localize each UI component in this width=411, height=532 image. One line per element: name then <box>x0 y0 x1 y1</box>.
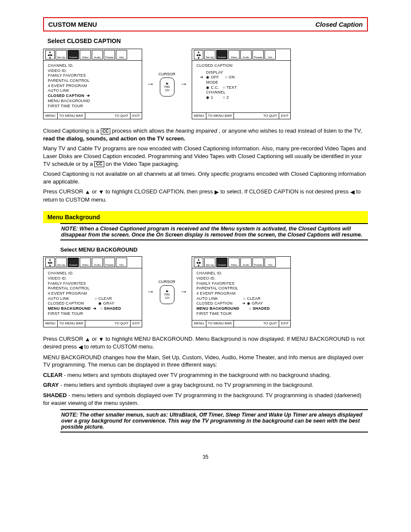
menu-line: AUTO LINK ○ CLEAR <box>48 296 137 302</box>
up-triangle-icon: ▲ <box>85 189 90 195</box>
tab-video: Video <box>80 50 91 59</box>
foot-quit: TO QUIT <box>85 113 131 119</box>
menu-line-selected: CLOSED CAPTION ➔ <box>48 93 137 99</box>
tab-audio: Audio <box>240 258 252 267</box>
text: or <box>92 188 98 195</box>
tab-audio: Audio <box>240 50 252 59</box>
text: on the Video Tape packaging. <box>106 161 179 167</box>
tab-custom: Custom <box>68 50 79 59</box>
cc-subtitle: Select CLOSED CAPTION <box>47 37 368 44</box>
tab-theater: Theater <box>104 258 115 267</box>
mb-desc-intro: MENU BACKGROUND changes how the Main, Se… <box>43 354 368 369</box>
menu-bar: ▲◀ ▶▼ Set Up Custom Video Audio Theater … <box>192 49 290 61</box>
foot-menubar: TO MENU BAR <box>206 113 234 119</box>
text: Press CURSOR <box>43 188 85 195</box>
foot-menubar: TO MENU BAR <box>58 113 85 119</box>
foot-menu: MENU <box>192 113 206 119</box>
osd-footer: MENU TO MENU BAR TO QUIT EXIT <box>192 320 290 327</box>
tab-info: Info <box>265 50 276 59</box>
tab-custom: Custom <box>68 258 79 267</box>
cc-note: NOTE: When a Closed Captioned program is… <box>60 223 368 240</box>
down-triangle-icon: ▼ <box>98 189 104 195</box>
foot-menubar: TO MENU BAR <box>206 320 234 327</box>
cc-title: CLOSED CAPTION <box>196 63 286 68</box>
page-number: 35 <box>43 454 368 460</box>
osd-body: CHANNEL ID. VIDEO ID. FAMILY FAVORITES P… <box>44 268 142 320</box>
menu-line: PARENTAL CONTROL <box>48 78 137 84</box>
menu-line: 4 EVENT PROGRAM <box>48 84 137 89</box>
menu-line: PARENTAL CONTROL <box>196 286 286 291</box>
diamond-ch: CH <box>165 89 169 92</box>
nav-arrows-icon: ▲◀ ▶▼ <box>194 258 203 267</box>
tab-video: Video <box>228 258 240 267</box>
tab-info: Info <box>265 258 276 267</box>
osd-mb-right: ▲◀ ▶▼ Set Up Custom Video Audio Theater … <box>192 256 291 327</box>
arrow-right-icon: → <box>146 80 154 89</box>
text: Press CURSOR <box>43 336 85 342</box>
menu-bar: ▲◀ ▶▼ Set Up Custom Video Audio Theater … <box>192 257 290 268</box>
cc-opt: CHANNEL <box>196 90 286 95</box>
tab-theater: Theater <box>252 50 264 59</box>
arrow-right-icon: → <box>180 287 187 296</box>
osd-body: CLOSED CAPTION DISPLAY ➔ ◉ OFF ○ ON MODE… <box>192 61 290 112</box>
cursor-label: CURSOR <box>159 72 175 76</box>
label: GRAY <box>43 382 59 388</box>
text: menu letters and symbols displayed over … <box>64 382 313 388</box>
fav-ch-button-icon: ▶ FAV CH <box>160 78 174 96</box>
menu-line-selected: MENU BACKGROUND ➔ ○ SHADED <box>48 306 137 311</box>
osd-body: CHANNEL ID. VIDEO ID. FAMILY FAVORITES P… <box>44 61 142 112</box>
cc-para2: Many TV and Cable TV programs are now en… <box>43 145 368 168</box>
cc-opt: DISPLAY <box>196 70 286 75</box>
foot-quit: TO QUIT <box>234 113 279 119</box>
tab-setup: Set Up <box>204 258 215 267</box>
foot-menu: MENU <box>44 320 58 327</box>
menu-line: CHANNEL ID. <box>48 63 137 68</box>
nav-arrows-icon: ▲◀ ▶▼ <box>45 258 55 267</box>
menu-line: FAMILY FAVORITES <box>48 281 137 286</box>
text: Closed Captioning is a <box>43 128 101 134</box>
header-left: CUSTOM MENU <box>48 21 97 28</box>
menu-line: CLOSED CAPTION ➔ ◉ GRAY <box>196 301 286 306</box>
menu-bar: ▲◀ ▶▼ Set Up Custom Video Audio Theater … <box>44 49 142 61</box>
menu-line: VIDEO ID. <box>48 276 137 281</box>
nav-arrows-icon: ▲◀ ▶▼ <box>45 50 55 59</box>
foot-exit: EXIT <box>279 113 290 119</box>
arrow-right-icon: → <box>180 80 187 89</box>
menu-line: CLOSED CAPTION ◉ GRAY <box>48 301 137 306</box>
cursor-button: CURSOR ▶ FAV CH <box>159 72 175 96</box>
text: menu letters and symbols displayed over … <box>43 392 361 406</box>
osd-body: CHANNEL ID. VIDEO ID. FAMILY FAVORITES P… <box>192 268 290 320</box>
menu-line: FIRST TIME TOUR <box>48 311 137 317</box>
tab-custom: Custom <box>216 50 227 59</box>
menu-bar: ▲◀ ▶▼ Set Up Custom Video Audio Theater … <box>44 257 142 268</box>
header-right: Closed Caption <box>315 21 363 28</box>
osd-mb-left: ▲◀ ▶▼ Set Up Custom Video Audio Theater … <box>43 256 142 327</box>
tab-setup: Set Up <box>204 50 215 59</box>
cursor-button: CURSOR ▶ FAV CH <box>159 280 175 304</box>
diamond-fav: FAV <box>164 85 170 89</box>
menu-line: AUTO LINK ○ CLEAR <box>196 296 286 302</box>
menu-line-selected: MENU BACKGROUND ○ SHADED <box>196 306 286 311</box>
down-triangle-icon: ▼ <box>98 336 104 342</box>
left-triangle-icon: ◀ <box>78 344 83 350</box>
fav-ch-button-icon: ▶ FAV CH <box>160 285 174 304</box>
cc-opt: ➔ ◉ OFF ○ ON <box>196 75 286 80</box>
menu-line: VIDEO ID. <box>48 68 137 74</box>
text: or <box>92 336 98 342</box>
tab-audio: Audio <box>92 50 103 59</box>
text: , or anyone who wishes to read instead o… <box>219 128 362 134</box>
foot-menu: MENU <box>44 113 58 119</box>
foot-exit: EXIT <box>131 320 142 327</box>
text-italic: hearing impaired <box>175 128 217 134</box>
diamond-arrow: ▶ <box>166 82 168 85</box>
tab-setup: Set Up <box>56 50 67 59</box>
tab-theater: Theater <box>252 258 264 267</box>
menu-line: FAMILY FAVORITES <box>196 281 286 286</box>
label: SHADED <box>43 392 67 398</box>
text: to highlight CLOSED CAPTION, then press <box>106 188 215 195</box>
osd-custom-menu-left: ▲◀ ▶▼ Set Up Custom Video Audio Theater … <box>43 49 142 119</box>
up-triangle-icon: ▲ <box>85 336 90 342</box>
cc-para1: Closed Captioning is a CC process which … <box>43 127 368 142</box>
diamond-ch: CH <box>165 296 169 300</box>
text: menu letters and symbols displayed over … <box>67 372 331 378</box>
